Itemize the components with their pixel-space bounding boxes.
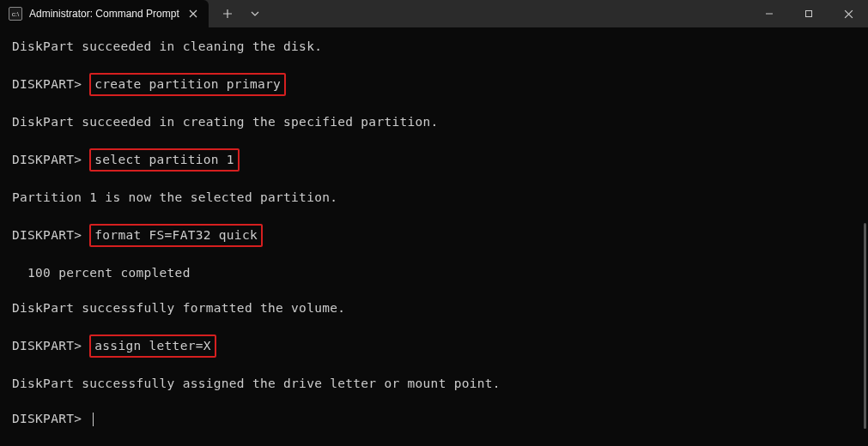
terminal-output-line: 100 percent completed xyxy=(12,264,856,282)
titlebar-drag-area[interactable] xyxy=(267,0,750,27)
maximize-button[interactable] xyxy=(789,0,829,27)
terminal-output-line: DiskPart successfully formatted the volu… xyxy=(12,299,856,317)
terminal-output-line: DiskPart succeeded in creating the speci… xyxy=(12,113,856,131)
command-text: select partition 1 xyxy=(89,148,240,172)
prompt-text: DISKPART> xyxy=(12,412,89,425)
terminal-prompt-line: DISKPART> create partition primary xyxy=(12,73,856,96)
tabbar-controls xyxy=(209,0,267,27)
command-text: create partition primary xyxy=(89,73,286,96)
cursor xyxy=(93,413,94,426)
window-controls xyxy=(750,0,868,27)
terminal-prompt-line: DISKPART> format FS=FAT32 quick xyxy=(12,224,856,247)
terminal-output-line: Partition 1 is now the selected partitio… xyxy=(12,189,856,207)
close-button[interactable] xyxy=(829,0,868,27)
prompt-text: DISKPART> xyxy=(12,153,89,166)
terminal-prompt-line: DISKPART> xyxy=(12,410,856,428)
tab-title: Administrator: Command Prompt xyxy=(29,8,179,20)
command-text: format FS=FAT32 quick xyxy=(89,224,263,247)
svg-rect-0 xyxy=(806,11,812,17)
cmd-icon: c:\ xyxy=(9,7,22,21)
terminal-tab[interactable]: c:\ Administrator: Command Prompt xyxy=(0,0,209,27)
terminal-output-line: DiskPart succeeded in cleaning the disk. xyxy=(12,38,856,56)
prompt-text: DISKPART> xyxy=(12,77,89,91)
tab-close-button[interactable] xyxy=(186,7,200,21)
tab-dropdown-button[interactable] xyxy=(243,2,267,26)
terminal-prompt-line: DISKPART> assign letter=X xyxy=(12,334,856,358)
terminal-output[interactable]: DiskPart succeeded in cleaning the disk.… xyxy=(0,27,868,438)
terminal-prompt-line: DISKPART> select partition 1 xyxy=(12,148,856,172)
terminal-output-line: DiskPart successfully assigned the drive… xyxy=(12,375,856,393)
prompt-text: DISKPART> xyxy=(12,228,89,242)
titlebar: c:\ Administrator: Command Prompt xyxy=(0,0,868,27)
prompt-text: DISKPART> xyxy=(12,339,89,353)
minimize-button[interactable] xyxy=(750,0,789,27)
new-tab-button[interactable] xyxy=(215,2,240,26)
scrollbar-thumb[interactable] xyxy=(864,223,866,429)
command-text: assign letter=X xyxy=(89,334,215,358)
